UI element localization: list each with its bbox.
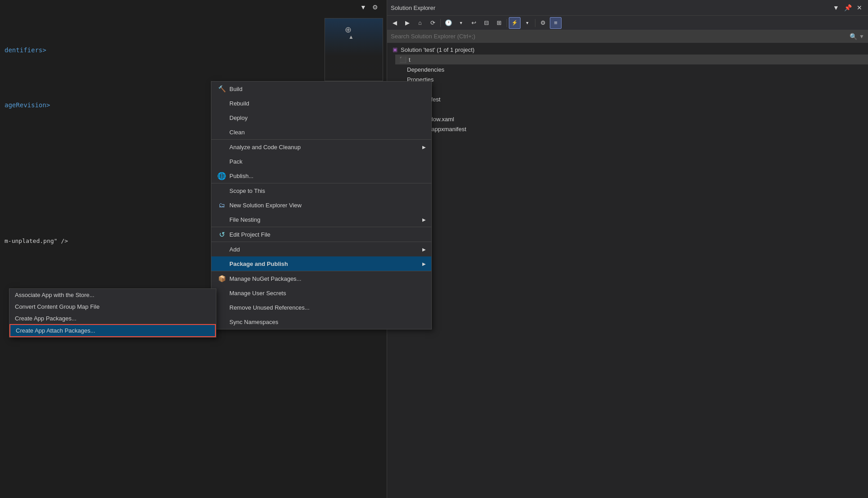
new-solution-icon: 🗂 [217,200,227,210]
se-search-input[interactable] [391,33,850,40]
menu-item-nuget[interactable]: 📦 Manage NuGet Packages... [211,271,431,286]
scroll-up-btn[interactable]: ▲ [348,34,354,40]
se-back-btn[interactable]: ◀ [389,17,401,29]
menu-item-remove-unused-label: Remove Unused References... [229,304,426,311]
se-tree-item-assets[interactable]: Assets [403,84,868,94]
se-collapse-btn[interactable]: ⊟ [480,17,492,29]
menu-item-scope[interactable]: Scope to This [211,183,431,198]
menu-item-rebuild[interactable]: Rebuild [211,96,431,110]
menu-item-publish-label: Publish... [229,173,426,179]
se-clock-btn[interactable]: 🕐 [443,17,454,29]
file-nesting-arrow-icon: ▶ [422,217,426,222]
sub-menu-item-associate[interactable]: Associate App with the Store... [9,289,216,301]
se-dropdown-btn[interactable]: ▼ [831,3,841,13]
se-home-btn[interactable]: ⌂ [414,17,426,29]
menu-item-pack-label: Pack [229,158,426,165]
menu-item-add[interactable]: Add ▶ [211,242,431,256]
rebuild-icon [217,98,227,108]
context-menu-main: 🔨 Build Rebuild Deploy Clean Analyze and… [211,81,432,329]
solution-explorer-titlebar: Solution Explorer ▼ 📌 ✕ [387,0,868,16]
editor-dropdown-btn[interactable]: ▼ [358,2,368,12]
menu-item-clean[interactable]: Clean [211,125,431,140]
se-sync-btn[interactable]: ⟳ [427,17,439,29]
add-arrow-icon: ▶ [422,247,426,252]
se-properties-btn[interactable]: ≡ [550,17,562,29]
sub-menu-item-associate-label: Associate App with the Store... [15,292,210,298]
toolbar-sep-2 [507,19,507,27]
se-filter-btn[interactable]: ⚡ [509,17,521,29]
menu-item-sync-ns[interactable]: Sync Namespaces [211,315,431,329]
sub-menu-item-create-attach[interactable]: Create App Attach Packages... [9,324,216,337]
menu-item-deploy-label: Deploy [229,114,426,121]
menu-item-build[interactable]: 🔨 Build [211,82,431,96]
menu-item-file-nesting[interactable]: File Nesting ▶ [211,212,431,227]
se-settings-btn[interactable]: ⚙ [537,17,549,29]
toolbar-sep-1 [440,19,441,27]
context-menu-package-publish-sub: Associate App with the Store... Convert … [9,288,216,338]
menu-item-user-secrets-label: Manage User Secrets [229,290,426,297]
menu-item-scope-label: Scope to This [229,187,426,194]
solution-explorer-panel: Solution Explorer ▼ 📌 ✕ ◀ ▶ ⌂ ⟳ 🕐 ▼ ↩ ⊟ … [387,0,868,498]
se-tree-item-dependencies[interactable]: Dependencies [403,64,868,74]
editor-minimap [324,18,383,81]
se-tree-item-package-appx[interactable]: Package.appxmanifest [403,124,868,134]
se-close-btn[interactable]: ✕ [854,3,864,13]
menu-item-rebuild-label: Rebuild [229,100,426,107]
se-tree-item-app-manifest[interactable]: app.manifest [403,94,868,104]
analyze-icon [217,142,227,152]
publish-icon: 🌐 [217,171,227,181]
menu-item-nuget-label: Manage NuGet Packages... [229,275,426,282]
sub-menu-item-create-packages-label: Create App Packages... [15,315,210,322]
se-solution-root[interactable]: ▣ Solution 'test' (1 of 1 project) [387,45,868,55]
pack-icon [217,156,227,166]
se-undo-btn[interactable]: ↩ [468,17,480,29]
se-tree-item-mainwindow[interactable]: MainWindow.xaml [403,114,868,124]
menu-item-edit-project[interactable]: ↺ Edit Project File [211,227,431,242]
menu-item-sync-ns-label: Sync Namespaces [229,319,426,325]
menu-item-analyze-label: Analyze and Code Cleanup [229,144,422,151]
se-tree-item-app-xaml[interactable]: App.xaml [403,104,868,114]
menu-item-package-publish-label: Package and Publish [229,260,422,267]
package-publish-arrow-icon: ▶ [422,261,426,266]
se-forward-btn[interactable]: ▶ [402,17,413,29]
build-icon: 🔨 [217,84,227,94]
solution-explorer-title: Solution Explorer [391,5,831,11]
sub-menu-item-convert[interactable]: Convert Content Group Map File [9,301,216,312]
se-filter-dropdown[interactable]: ▼ [521,17,533,29]
clean-icon [217,127,227,137]
titlebar-actions: ▼ 📌 ✕ [831,3,864,13]
se-tree-item-properties[interactable]: Properties [403,74,868,84]
menu-item-new-solution[interactable]: 🗂 New Solution Explorer View [211,198,431,212]
menu-item-deploy[interactable]: Deploy [211,110,431,125]
solution-explorer-search[interactable]: 🔍 ▼ [387,30,868,43]
menu-item-publish[interactable]: 🌐 Publish... [211,169,431,183]
se-project-label: t [409,56,411,63]
menu-item-package-publish[interactable]: Package and Publish ▶ [211,256,431,271]
se-solution-label: Solution 'test' (1 of 1 project) [401,46,475,53]
edit-project-icon: ↺ [217,229,227,239]
menu-item-analyze[interactable]: Analyze and Code Cleanup ▶ [211,140,431,154]
se-pin-btn[interactable]: 📌 [843,3,853,13]
menu-item-user-secrets[interactable]: Manage User Secrets [211,286,431,300]
search-dropdown-icon[interactable]: ▼ [859,33,864,40]
nuget-icon: 📦 [217,274,227,283]
menu-item-build-label: Build [229,86,426,92]
editor-settings-btn[interactable]: ⚙ [370,2,380,12]
se-clock-dropdown[interactable]: ▼ [455,17,467,29]
menu-item-clean-label: Clean [229,129,426,136]
search-icon: 🔍 [850,33,857,40]
solution-explorer-tree: ▣ Solution 'test' (1 of 1 project) ⬛ t D… [387,43,868,136]
sub-menu-item-convert-label: Convert Content Group Map File [15,303,210,310]
se-project-item[interactable]: ⬛ t [395,55,868,64]
analyze-arrow-icon: ▶ [422,145,426,150]
project-icon: ⬛ [399,55,407,64]
resize-handle[interactable]: ⊕ [345,25,352,35]
add-icon [217,244,227,254]
scope-icon [217,186,227,196]
sub-menu-item-create-packages[interactable]: Create App Packages... [9,312,216,324]
menu-item-new-solution-label: New Solution Explorer View [229,202,426,209]
menu-item-file-nesting-label: File Nesting [229,216,422,223]
se-multi-view-btn[interactable]: ⊞ [493,17,505,29]
menu-item-pack[interactable]: Pack [211,154,431,169]
menu-item-remove-unused[interactable]: Remove Unused References... [211,300,431,315]
